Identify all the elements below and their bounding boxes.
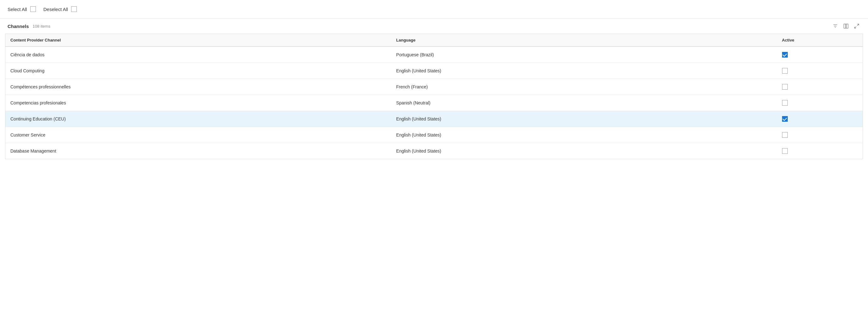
cell-language: Portuguese (Brazil) — [391, 46, 777, 63]
svg-rect-3 — [844, 24, 846, 28]
table-row: Compétences professionnellesFrench (Fran… — [5, 79, 863, 95]
cell-channel: Competencias profesionales — [5, 95, 391, 111]
table-row: Cloud ComputingEnglish (United States) — [5, 63, 863, 79]
cell-active — [777, 111, 863, 127]
svg-line-5 — [857, 24, 859, 26]
table-row: Customer ServiceEnglish (United States) — [5, 127, 863, 143]
table-row: Continuing Education (CEU)English (Unite… — [5, 111, 863, 127]
cell-active — [777, 46, 863, 63]
cell-channel: Cloud Computing — [5, 63, 391, 79]
cell-active — [777, 63, 863, 79]
table-row: Competencias profesionalesSpanish (Neutr… — [5, 95, 863, 111]
cell-active — [777, 143, 863, 159]
select-all-label: Select All — [7, 7, 27, 12]
cell-active — [777, 79, 863, 95]
deselect-all-group: Deselect All — [43, 6, 77, 12]
columns-icon[interactable] — [842, 22, 850, 30]
table-row: Ciência de dadosPortuguese (Brazil) — [5, 46, 863, 63]
cell-channel: Customer Service — [5, 127, 391, 143]
svg-rect-4 — [846, 24, 848, 28]
column-header-channel: Content Provider Channel — [5, 34, 391, 46]
active-checkbox[interactable] — [782, 132, 788, 138]
channels-title-group: Channels 108 items — [7, 24, 50, 29]
column-header-language: Language — [391, 34, 777, 46]
svg-line-6 — [855, 27, 856, 28]
cell-channel: Ciência de dados — [5, 46, 391, 63]
channels-table: Content Provider Channel Language Active… — [5, 34, 863, 159]
active-checkbox[interactable] — [782, 84, 788, 90]
cell-language: English (United States) — [391, 111, 777, 127]
cell-channel: Database Management — [5, 143, 391, 159]
cell-language: Spanish (Neutral) — [391, 95, 777, 111]
active-checkbox[interactable] — [782, 100, 788, 106]
top-bar: Select All Deselect All — [0, 0, 868, 19]
cell-channel: Compétences professionnelles — [5, 79, 391, 95]
cell-language: English (United States) — [391, 143, 777, 159]
select-all-checkbox[interactable] — [30, 6, 36, 12]
channels-header: Channels 108 items — [0, 19, 868, 34]
deselect-all-label: Deselect All — [43, 7, 68, 12]
cell-channel: Continuing Education (CEU) — [5, 111, 391, 127]
channels-title: Channels — [7, 24, 29, 29]
deselect-all-checkbox[interactable] — [71, 6, 77, 12]
active-checkbox[interactable] — [782, 52, 788, 58]
channels-table-container: Content Provider Channel Language Active… — [5, 34, 863, 159]
active-checkbox[interactable] — [782, 148, 788, 154]
channels-icons — [832, 22, 861, 30]
filter-icon[interactable] — [832, 22, 839, 30]
column-header-active: Active — [777, 34, 863, 46]
table-row: Database ManagementEnglish (United State… — [5, 143, 863, 159]
cell-language: French (France) — [391, 79, 777, 95]
active-checkbox[interactable] — [782, 116, 788, 122]
cell-active — [777, 95, 863, 111]
table-header-row: Content Provider Channel Language Active — [5, 34, 863, 46]
fullscreen-icon[interactable] — [853, 22, 861, 30]
select-all-group: Select All — [7, 6, 36, 12]
cell-language: English (United States) — [391, 63, 777, 79]
channels-count: 108 items — [33, 24, 50, 29]
active-checkbox[interactable] — [782, 68, 788, 74]
cell-active — [777, 127, 863, 143]
cell-language: English (United States) — [391, 127, 777, 143]
